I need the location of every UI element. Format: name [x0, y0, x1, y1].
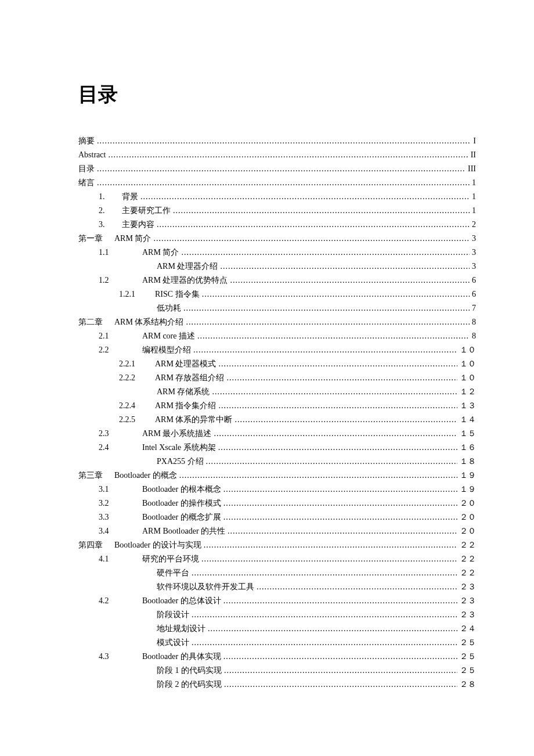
toc-number: 3.4 — [99, 524, 142, 538]
toc-page-number: ２０ — [457, 510, 476, 524]
toc-entry: 3.1Bootloader 的根本概念１９ — [78, 483, 476, 496]
toc-page-number: ２０ — [457, 496, 476, 510]
toc-text: 模式设计 — [157, 638, 189, 647]
toc-label: Abstract — [78, 148, 108, 162]
toc-label: 2.2.2ARM 存放器组介绍 — [119, 371, 226, 385]
toc-text: PXA255 介绍 — [157, 457, 204, 466]
toc-leader-dots — [257, 580, 457, 594]
toc-label: 2.2编程模型介绍 — [99, 343, 193, 357]
toc-text: ARM 处理器介绍 — [157, 262, 218, 271]
toc-text: ARM 体系结构介绍 — [114, 318, 183, 326]
toc-leader-dots — [140, 190, 470, 204]
toc-page-number: ２０ — [457, 524, 476, 538]
toc-text: Bootloader 的总体设计 — [142, 596, 221, 605]
toc-text: Bootloader 的设计与实现 — [114, 541, 201, 549]
toc-label: 2.1ARM core 描述 — [99, 329, 197, 343]
toc-leader-dots — [223, 510, 457, 524]
toc-number: 4.2 — [99, 594, 142, 608]
toc-text: Intel Xscale 系统构架 — [142, 443, 216, 452]
toc-leader-dots — [201, 552, 457, 566]
toc-text: 软件环境以及软件开发工具 — [157, 582, 254, 591]
toc-text: ARM 最小系统描述 — [142, 429, 211, 438]
toc-text: 低功耗 — [157, 304, 181, 312]
toc-text: ARM 存储系统 — [157, 387, 210, 396]
toc-label: 第三章Bootloader 的概念 — [78, 469, 179, 483]
toc-leader-dots — [97, 176, 470, 190]
toc-leader-dots — [181, 246, 470, 260]
toc-leader-dots — [183, 301, 470, 315]
toc-label: 地址规划设计 — [157, 622, 208, 636]
toc-label: 1.1ARM 简介 — [99, 246, 181, 260]
toc-label: 4.1研究的平台环境 — [99, 552, 201, 566]
toc-leader-dots — [192, 608, 457, 622]
toc-entry: 地址规划设计２４ — [78, 622, 476, 636]
toc-leader-dots — [223, 650, 457, 664]
toc-text: 主要内容 — [122, 220, 154, 229]
toc-label: 4.3Bootloader 的具体实现 — [99, 650, 223, 664]
toc-label: 3.4ARM Bootloader 的共性 — [99, 524, 228, 538]
toc-page-number: １８ — [457, 455, 476, 469]
toc-text: Bootloader 的概念 — [114, 471, 177, 480]
toc-number: 2.2 — [99, 343, 142, 357]
toc-label: 2.2.1ARM 处理器模式 — [119, 357, 218, 371]
toc-label: 摘要 — [78, 134, 97, 148]
toc-entry: 2.主要研究工作1 — [78, 204, 476, 218]
toc-page-number: ２４ — [457, 622, 476, 636]
toc-page-number: ２３ — [457, 608, 476, 622]
toc-entry: 2.2.4ARM 指令集介绍１３ — [78, 399, 476, 413]
toc-text: Bootloader 的具体实现 — [142, 652, 221, 661]
toc-number: 2.2.2 — [119, 371, 155, 385]
toc-entry: 1.2.1RISC 指令集6 — [78, 287, 476, 301]
toc-label: 4.2Bootloader 的总体设计 — [99, 594, 223, 608]
toc-number: 3.3 — [99, 510, 142, 524]
toc-number: 3. — [99, 218, 122, 232]
toc-leader-dots — [193, 343, 457, 357]
toc-entry: 阶段 1 的代码实现２５ — [78, 664, 476, 678]
toc-leader-dots — [173, 204, 470, 218]
toc-number: 4.3 — [99, 650, 142, 664]
toc-page-number: 2 — [470, 218, 476, 232]
toc-leader-dots — [220, 260, 470, 273]
toc-page-number: 3 — [470, 260, 476, 273]
toc-leader-dots — [224, 664, 457, 678]
toc-text: ARM 存放器组介绍 — [155, 373, 224, 382]
toc-text: 编程模型介绍 — [142, 345, 191, 354]
toc-text: ARM 简介 — [114, 234, 151, 243]
toc-page-number: ２５ — [457, 650, 476, 664]
toc-page-number: １２ — [457, 385, 476, 399]
toc-text: 硬件平台 — [157, 568, 189, 577]
toc-page-number: ２３ — [457, 594, 476, 608]
document-page: 目录 摘要IAbstractII目录III绪言11.背景12.主要研究工作13.… — [0, 0, 534, 738]
toc-number: 第二章 — [78, 315, 114, 329]
toc-leader-dots — [214, 427, 457, 441]
toc-page-number: 1 — [470, 204, 476, 218]
toc-text: 研究的平台环境 — [142, 555, 199, 563]
toc-number: 第四章 — [78, 538, 114, 552]
toc-label: 3.2Bootloader 的操作模式 — [99, 496, 223, 510]
toc-leader-dots — [208, 622, 457, 636]
toc-entry: 4.2Bootloader 的总体设计２３ — [78, 594, 476, 608]
toc-leader-dots — [202, 287, 470, 301]
toc-entry: 阶段设计２３ — [78, 608, 476, 622]
toc-number: 3.1 — [99, 483, 142, 496]
toc-label: 3.1Bootloader 的根本概念 — [99, 483, 223, 496]
toc-page-number: １４ — [457, 413, 476, 427]
toc-entry: ARM 处理器介绍3 — [78, 260, 476, 273]
toc-page-number: ２２ — [457, 566, 476, 580]
toc-leader-dots — [223, 594, 457, 608]
page-title: 目录 — [78, 81, 476, 108]
toc-entry: 阶段 2 的代码实现２８ — [78, 678, 476, 692]
toc-page-number: I — [471, 134, 476, 148]
toc-leader-dots — [228, 524, 457, 538]
toc-leader-dots — [192, 566, 457, 580]
toc-entry: 4.1研究的平台环境２２ — [78, 552, 476, 566]
toc-label: 阶段设计 — [157, 608, 192, 622]
toc-entry: 硬件平台２２ — [78, 566, 476, 580]
toc-leader-dots — [186, 315, 470, 329]
toc-entry: AbstractII — [78, 148, 476, 162]
toc-number: 2.4 — [99, 441, 142, 455]
toc-leader-dots — [234, 413, 457, 427]
toc-text: 目录 — [78, 164, 95, 173]
toc-text: ARM 体系的异常中断 — [155, 415, 232, 424]
toc-page-number: III — [466, 162, 476, 176]
